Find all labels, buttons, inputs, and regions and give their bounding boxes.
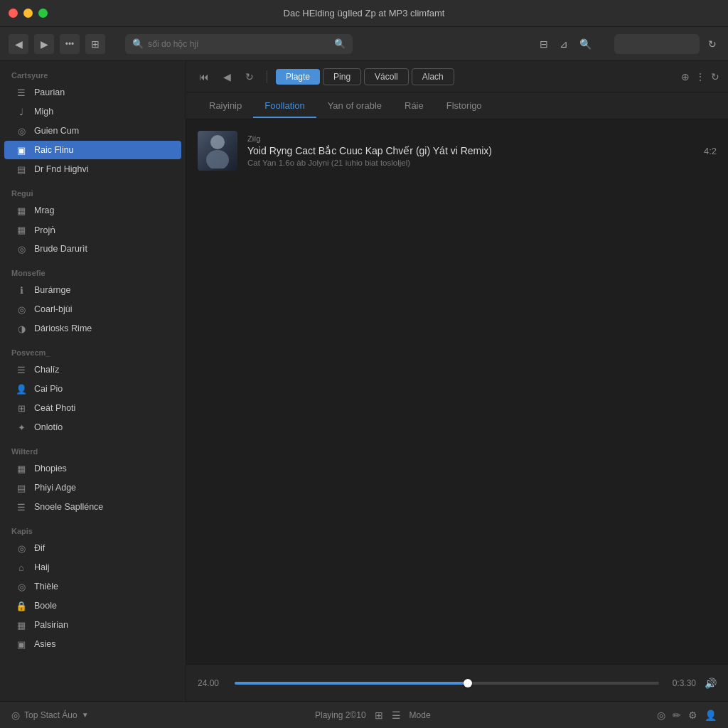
rewind-button[interactable]: ◀ bbox=[219, 68, 235, 85]
sidebar-item-thiele[interactable]: ◎ Thièle bbox=[4, 577, 181, 596]
sidebar-item-chaliz[interactable]: ☰ Chalíz bbox=[4, 360, 181, 379]
ceat-photi-label: Ceát Photi bbox=[34, 403, 75, 413]
secondary-search bbox=[614, 34, 700, 54]
asies-label: Asies bbox=[34, 639, 56, 649]
cai-pio-label: Cai Pio bbox=[34, 384, 63, 394]
sidebar-item-paurian[interactable]: ☰ Paurian bbox=[4, 83, 181, 102]
sidebar-item-bif[interactable]: ◎ Ðif bbox=[4, 539, 181, 557]
refresh-icon[interactable]: ↻ bbox=[711, 71, 719, 82]
sidebar-item-darioska-rime[interactable]: ◑ Dáriosks Rime bbox=[4, 319, 181, 338]
tab-yan-of-orable[interactable]: Yan of orable bbox=[316, 95, 393, 118]
settings-icon[interactable]: ⚙ bbox=[688, 710, 697, 721]
user-icon[interactable]: 👤 bbox=[705, 710, 717, 721]
grid-icon[interactable]: ⊞ bbox=[375, 710, 383, 721]
more-button[interactable]: ••• bbox=[60, 34, 80, 54]
statusbar-left-icon[interactable]: ◎ bbox=[11, 710, 20, 721]
progress-track[interactable] bbox=[235, 682, 659, 685]
chaliz-icon: ☰ bbox=[16, 364, 27, 375]
funnel-icon[interactable]: ⊿ bbox=[557, 36, 571, 53]
beginning-button[interactable]: ⏮ bbox=[195, 68, 213, 85]
dhopies-label: Dhopies bbox=[34, 464, 67, 473]
sidebar-item-haij[interactable]: ⌂ Haij bbox=[4, 558, 181, 577]
statusbar-center: Playing 2©10 ⊞ ☰ Mode bbox=[97, 710, 648, 721]
sidebar-item-snoele-sapllence[interactable]: ☰ Snoele Sapllénce bbox=[4, 498, 181, 516]
sidebar-item-dhopies[interactable]: ▦ Dhopies bbox=[4, 459, 181, 478]
darioska-rime-icon: ◑ bbox=[16, 323, 27, 334]
statusbar-left-label[interactable]: Top Stact Áuo bbox=[24, 710, 77, 720]
tab-flstorigo[interactable]: Flstorigo bbox=[435, 95, 493, 118]
edit-icon[interactable]: ✏ bbox=[673, 710, 681, 721]
track-artwork-inner bbox=[198, 131, 237, 171]
list-icon[interactable]: ☰ bbox=[392, 710, 401, 721]
sidebar-item-raic-flinu[interactable]: ▣ Raic Flinu bbox=[4, 141, 181, 159]
wifi-icon[interactable]: ◎ bbox=[657, 710, 665, 721]
tab-raie[interactable]: Ráie bbox=[393, 95, 435, 118]
sidebar-item-mrag[interactable]: ▦ Mrag bbox=[4, 201, 181, 220]
sidebar-item-dr-fnd-highvi[interactable]: ▤ Dr Fnd Highvi bbox=[4, 160, 181, 178]
minimize-button[interactable] bbox=[23, 9, 33, 18]
phiyi-adge-icon: ▤ bbox=[16, 482, 27, 493]
grid-view-button[interactable]: ⊞ bbox=[85, 34, 105, 54]
search-input[interactable] bbox=[148, 39, 330, 49]
toolbar-separator bbox=[267, 70, 267, 83]
phiyi-adge-label: Phiyi Adge bbox=[34, 483, 76, 493]
content-area: ⏮ ◀ ↻ Plagte Ping Vácoll Alach ⊕ ⋮ ↻ Rai… bbox=[186, 61, 728, 701]
close-button[interactable] bbox=[9, 9, 18, 18]
filter-icon[interactable]: ⊟ bbox=[537, 36, 551, 53]
more-options-icon[interactable]: ⋮ bbox=[695, 71, 705, 82]
add-icon[interactable]: ⊕ bbox=[681, 71, 690, 82]
track-info: Ziíg Yoid Ryng Cact Bắc Cuuc Kap Chvếr (… bbox=[247, 134, 694, 167]
sidebar-item-migh[interactable]: ♩ Migh bbox=[4, 102, 181, 121]
alach-button[interactable]: Alach bbox=[412, 68, 454, 85]
tab-raiyinip[interactable]: Raiyinip bbox=[198, 95, 253, 118]
track-artwork bbox=[198, 131, 237, 171]
sidebar-section-kapis: Kapis bbox=[0, 517, 186, 538]
sidebar-item-ceat-photi[interactable]: ⊞ Ceát Photi bbox=[4, 399, 181, 417]
brude-darurit-label: Brude Darurìt bbox=[34, 244, 87, 254]
content-toolbar: ⏮ ◀ ↻ Plagte Ping Vácoll Alach ⊕ ⋮ ↻ bbox=[186, 61, 728, 92]
sync-icon[interactable]: ↻ bbox=[705, 36, 719, 53]
tab-foollation[interactable]: Foollation bbox=[253, 95, 316, 118]
sidebar-item-phiyi-adge[interactable]: ▤ Phiyi Adge bbox=[4, 478, 181, 497]
vacoll-button[interactable]: Vácoll bbox=[364, 68, 409, 85]
playback-buttons: Plagte Ping Vácoll Alach bbox=[276, 68, 454, 85]
search-icon-toolbar[interactable]: 🔍 bbox=[577, 36, 594, 53]
statusbar-dropdown-icon[interactable]: ▼ bbox=[82, 711, 89, 719]
brude-darurit-icon: ◎ bbox=[16, 243, 27, 255]
sidebar-item-palsifian[interactable]: ▦ Palsirian bbox=[4, 616, 181, 634]
maximize-button[interactable] bbox=[38, 9, 48, 18]
progress-area: 24.00 0:3.30 🔊 bbox=[186, 664, 728, 701]
back-button[interactable]: ◀ bbox=[9, 34, 28, 54]
playing-label: Playing 2©10 bbox=[315, 710, 366, 720]
sidebar-item-boole[interactable]: 🔒 Boole bbox=[4, 596, 181, 615]
play-button[interactable]: Plagte bbox=[276, 69, 320, 85]
forward-button[interactable]: ▶ bbox=[34, 34, 54, 54]
progress-fill bbox=[235, 682, 468, 685]
sidebar-item-onlotio[interactable]: ✦ Onlotío bbox=[4, 418, 181, 437]
forward-ct-button[interactable]: ↻ bbox=[241, 68, 258, 85]
onlotio-icon: ✦ bbox=[16, 422, 27, 433]
mrag-label: Mrag bbox=[34, 205, 54, 215]
boole-label: Boole bbox=[34, 601, 57, 611]
burarngé-label: Burárnge bbox=[34, 285, 70, 295]
palsifian-label: Palsirian bbox=[34, 620, 68, 630]
track-item[interactable]: Ziíg Yoid Ryng Cact Bắc Cuuc Kap Chvếr (… bbox=[186, 125, 728, 176]
dhopies-icon: ▦ bbox=[16, 463, 27, 474]
ping-button[interactable]: Ping bbox=[323, 68, 361, 85]
paurian-label: Paurian bbox=[34, 87, 65, 97]
mode-label[interactable]: Mode bbox=[410, 710, 431, 720]
volume-icon[interactable]: 🔊 bbox=[705, 678, 717, 689]
sidebar-item-brude-darurit[interactable]: ◎ Brude Darurìt bbox=[4, 240, 181, 258]
end-time: 0:3.30 bbox=[668, 678, 696, 688]
statusbar: ◎ Top Stact Áuo ▼ Playing 2©10 ⊞ ☰ Mode … bbox=[0, 701, 728, 728]
darioska-rime-label: Dáriosks Rime bbox=[34, 323, 92, 333]
snoele-sapllence-icon: ☰ bbox=[16, 501, 27, 513]
sidebar-item-projn[interactable]: ▦ Projṅ bbox=[4, 220, 181, 239]
statusbar-right: ◎ ✏ ⚙ 👤 bbox=[657, 710, 717, 721]
sidebar-item-burarngé[interactable]: ℹ Burárnge bbox=[4, 281, 181, 299]
migh-icon: ♩ bbox=[16, 106, 27, 117]
sidebar-item-cai-pio[interactable]: 👤 Cai Pio bbox=[4, 380, 181, 398]
sidebar-item-asies[interactable]: ▣ Asies bbox=[4, 635, 181, 653]
sidebar-item-coarl-bjui[interactable]: ◎ Coarl-bjùi bbox=[4, 300, 181, 318]
sidebar-item-guien-cum[interactable]: ◎ Guien Cum bbox=[4, 122, 181, 140]
